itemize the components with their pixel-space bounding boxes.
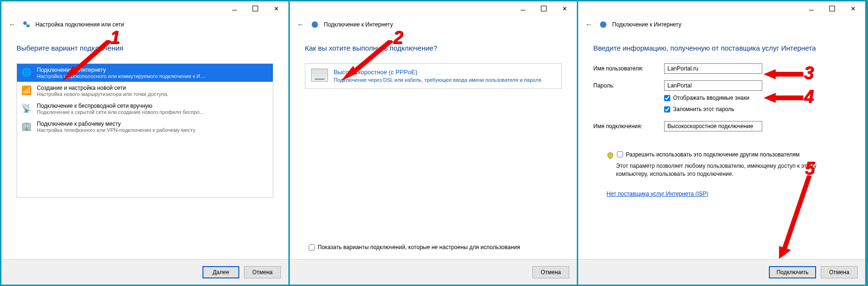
- wizard-step-1: ← Настройка подключения или сети Выберит…: [1, 1, 290, 285]
- row-connection-name: Имя подключения:: [593, 121, 850, 131]
- wizard-title: Подключение к Интернету: [324, 21, 393, 28]
- option-desc: Подключение через DSL или кабель, требую…: [334, 77, 543, 84]
- cancel-button[interactable]: Отмена: [821, 266, 858, 278]
- wizard-step-3: ← Подключение к Интернету Введите информ…: [578, 1, 867, 285]
- row-allow-others: Разрешить использовать это подключение д…: [607, 151, 850, 159]
- svg-point-7: [600, 21, 607, 28]
- option-title: Подключение к Интернету: [37, 67, 207, 73]
- allow-others-desc: Этот параметр позволяет любому пользоват…: [616, 162, 850, 178]
- option-internet[interactable]: 🌐 Подключение к Интернету Настройка широ…: [17, 64, 273, 82]
- option-desc: Настройка телефонного или VPN-подключени…: [37, 127, 196, 133]
- content-area: Введите информацию, полученную от постав…: [578, 37, 865, 259]
- option-desc: Настройка широкополосного или коммутируе…: [37, 73, 207, 79]
- username-label: Имя пользователя:: [593, 65, 664, 72]
- option-title: Подключение к беспроводной сети вручную: [37, 103, 207, 109]
- show-all-row: Показать варианты подключений, которые н…: [305, 244, 562, 251]
- wizard-footer: Отмена: [290, 259, 577, 285]
- workplace-icon: 🏢: [21, 121, 32, 132]
- internet-connection-icon: [599, 20, 607, 29]
- network-setup-icon: [22, 20, 31, 29]
- maximize-button[interactable]: [822, 2, 843, 15]
- globe-icon: 🌐: [21, 67, 32, 78]
- password-input[interactable]: [664, 80, 762, 91]
- wizard-header: ← Настройка подключения или сети: [1, 16, 288, 37]
- page-heading: Введите информацию, полученную от постав…: [593, 44, 850, 52]
- router-icon: 📶: [21, 85, 32, 96]
- row-remember: Запомнить этот пароль: [664, 106, 850, 113]
- no-isp-link[interactable]: Нет поставщика услуг Интернета (ISP): [607, 191, 850, 197]
- back-arrow-icon[interactable]: ←: [295, 19, 306, 30]
- wizard-title: Настройка подключения или сети: [35, 21, 124, 28]
- modem-icon: [311, 69, 328, 82]
- svg-point-0: [23, 21, 27, 25]
- titlebar: [578, 1, 865, 16]
- remember-label: Запомнить этот пароль: [673, 106, 734, 113]
- content-area: Как вы хотите выполнить подключение? Выс…: [290, 37, 577, 259]
- connect-button[interactable]: Подключить: [769, 266, 816, 278]
- close-button[interactable]: [843, 2, 863, 15]
- svg-point-4: [312, 21, 318, 28]
- wizard-footer: Подключить Отмена: [578, 259, 865, 285]
- connection-options-list: 🌐 Подключение к Интернету Настройка широ…: [17, 63, 273, 198]
- option-desc: Настройка нового маршрутизатора или точк…: [37, 91, 169, 97]
- password-label: Пароль:: [593, 82, 664, 89]
- cancel-button[interactable]: Отмена: [532, 266, 569, 278]
- maximize-button[interactable]: [533, 2, 554, 15]
- close-button[interactable]: [266, 2, 287, 15]
- minimize-button[interactable]: [513, 2, 533, 15]
- minimize-button[interactable]: [801, 2, 822, 15]
- show-chars-label: Отображать вводимые знаки: [673, 95, 749, 101]
- titlebar: [1, 1, 288, 16]
- cancel-button[interactable]: Отмена: [244, 266, 281, 278]
- wizard-footer: Далее Отмена: [1, 259, 288, 285]
- option-wireless-manual[interactable]: 📡 Подключение к беспроводной сети вручну…: [17, 100, 273, 118]
- content-area: Выберите вариант подключения 🌐 Подключен…: [1, 37, 288, 259]
- shield-icon: [607, 152, 614, 159]
- maximize-button[interactable]: [245, 2, 266, 15]
- row-password: Пароль:: [593, 80, 850, 91]
- option-pppoe-card[interactable]: Высокоскоростное (с PPPoE) Подключение ч…: [305, 63, 562, 89]
- remember-checkbox[interactable]: [664, 106, 670, 113]
- connection-name-input[interactable]: [664, 121, 762, 131]
- option-title: Подключение к рабочему месту: [37, 121, 196, 127]
- row-username: Имя пользователя:: [593, 63, 850, 74]
- wizard-header: ← Подключение к Интернету: [290, 16, 577, 37]
- wizard-header: ← Подключение к Интернету: [578, 16, 865, 37]
- back-arrow-icon[interactable]: ←: [7, 19, 17, 30]
- option-new-network[interactable]: 📶 Создание и настройка новой сети Настро…: [17, 82, 273, 100]
- minimize-button[interactable]: [224, 2, 245, 15]
- option-workplace[interactable]: 🏢 Подключение к рабочему месту Настройка…: [17, 118, 273, 136]
- show-all-label: Показать варианты подключений, которые н…: [318, 244, 520, 251]
- back-arrow-icon[interactable]: ←: [584, 19, 594, 30]
- page-heading: Как вы хотите выполнить подключение?: [305, 44, 562, 52]
- option-title: Создание и настройка новой сети: [37, 85, 169, 91]
- username-input[interactable]: [664, 63, 762, 74]
- allow-others-checkbox[interactable]: [617, 151, 623, 157]
- option-title: Высокоскоростное (с PPPoE): [334, 69, 543, 76]
- svg-rect-1: [26, 25, 30, 27]
- show-chars-checkbox[interactable]: [664, 95, 670, 101]
- wizard-step-2: ← Подключение к Интернету Как вы хотите …: [290, 1, 578, 285]
- option-desc: Подключение к скрытой сети или создание …: [37, 109, 207, 115]
- internet-connection-icon: [311, 20, 319, 29]
- wizard-title: Подключение к Интернету: [612, 21, 682, 28]
- allow-others-label: Разрешить использовать это подключение д…: [626, 151, 800, 158]
- show-all-checkbox[interactable]: [309, 244, 315, 251]
- connection-name-label: Имя подключения:: [593, 123, 664, 130]
- page-heading: Выберите вариант подключения: [17, 44, 273, 52]
- close-button[interactable]: [554, 2, 575, 15]
- next-button[interactable]: Далее: [202, 266, 239, 278]
- wifi-icon: 📡: [21, 103, 32, 114]
- titlebar: [290, 1, 577, 16]
- row-show-chars: Отображать вводимые знаки: [664, 95, 850, 101]
